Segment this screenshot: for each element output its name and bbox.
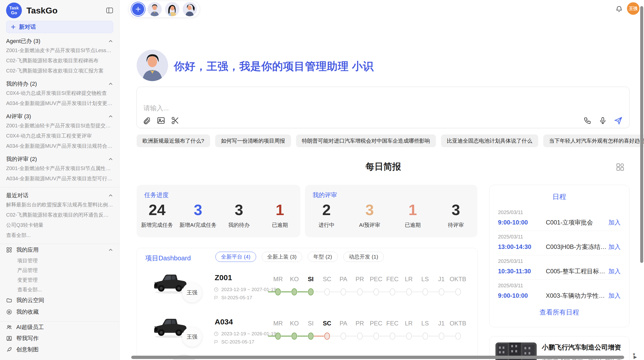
sidebar-item[interactable]: 公司Q3轻卡销量 <box>6 220 113 230</box>
join-link[interactable]: 加入 <box>608 267 621 275</box>
sidebar-item-creative-draw[interactable]: 创意制图 <box>6 344 113 355</box>
sidebar-item-help-write[interactable]: 帮我写作 <box>6 333 113 344</box>
milestone-dot[interactable] <box>291 333 297 340</box>
sidebar-item-ai-employee[interactable]: AI超级员工 <box>6 322 113 333</box>
suggestion-chip[interactable]: 当下年轻人对汽车外观有怎样的喜好趋势 <box>543 134 644 147</box>
join-link[interactable]: 加入 <box>608 218 621 227</box>
image-icon[interactable] <box>157 116 165 125</box>
milestone-dot[interactable] <box>291 288 297 295</box>
dashboard-tab[interactable]: 全新上装 (3) <box>262 252 302 262</box>
milestone-dot[interactable] <box>357 288 363 295</box>
chevron-up-icon[interactable] <box>108 39 113 44</box>
milestone-dot[interactable] <box>324 333 330 340</box>
milestone-cell <box>319 288 335 296</box>
milestone-dot[interactable] <box>308 333 314 340</box>
sidebar-app-subitem[interactable]: 查看全部... <box>6 285 113 294</box>
sidebar-item[interactable]: C02-飞腾新能源轻客改款项目立项汇报方案 <box>6 66 113 76</box>
dashboard-tab[interactable]: 年型 (2) <box>308 252 338 262</box>
sidebar-item[interactable]: 解释最新出台的欧盟报废车法规再生塑料比例被调至15%... <box>6 200 113 210</box>
join-link[interactable]: 加入 <box>608 243 621 251</box>
milestone-dot[interactable] <box>422 288 428 295</box>
milestone-cell <box>417 332 433 340</box>
agent-avatar-2[interactable] <box>165 2 179 16</box>
suggestion-chip[interactable]: 如何写一份清晰的项目周报 <box>215 134 291 147</box>
milestone-dot[interactable] <box>275 333 281 340</box>
milestone-dot[interactable] <box>373 288 379 295</box>
sidebar-app-subitem[interactable]: 变更管理 <box>6 275 113 285</box>
sidebar-item[interactable]: A034-全新新能源MUV产品开发项目计划变更表编写 <box>6 98 113 108</box>
milestone-dot[interactable] <box>406 288 412 295</box>
sidebar-item[interactable]: C0X4-动力总成开发项目工程变更评审 <box>6 131 113 141</box>
chevron-up-icon[interactable] <box>108 81 113 86</box>
milestone-dot[interactable] <box>357 333 363 340</box>
suggestion-chip[interactable]: 比亚迪全固态电池计划具体说了什么 <box>441 134 538 147</box>
sidebar-item[interactable]: Z001-全新燃油轻卡产品开发项目SI节点属性5D文件评审 <box>6 163 113 173</box>
stat-value: 1 <box>391 202 434 218</box>
sidebar-item[interactable]: C02-飞腾新能源轻客改款项目里程碑画布 <box>6 55 113 66</box>
sidebar-item-my-apps[interactable]: 我的应用 <box>6 244 113 256</box>
milestone-cell <box>335 288 352 296</box>
milestone-dot[interactable] <box>275 288 281 295</box>
sidebar-item[interactable]: C02-飞腾新能源轻客改款项目的闭环通告反馈情况 <box>6 210 113 220</box>
milestone-cell <box>450 332 466 340</box>
milestone-dot[interactable] <box>308 288 314 295</box>
chevron-up-icon[interactable] <box>108 193 113 198</box>
sidebar-item[interactable]: A034-全新新能源MUV产品开发项目法规符合性评审 <box>6 141 113 151</box>
paperclip-icon[interactable] <box>142 116 151 125</box>
sidebar-item[interactable]: Z001-全新燃油皮卡产品开发项目SI节点Lesson Learn报告 <box>6 45 113 55</box>
new-chat-button[interactable]: 新对话 <box>6 21 113 33</box>
agent-avatar-3[interactable] <box>183 2 197 16</box>
sidebar-item[interactable]: 查看全部... <box>6 230 113 240</box>
milestone-dot[interactable] <box>455 333 461 340</box>
milestone-dot[interactable] <box>341 333 346 340</box>
milestone-dot[interactable] <box>439 288 444 295</box>
project-row[interactable]: 王强 Z001 2023-12-19 ~ 2027-01-19 SI-2025-… <box>137 273 477 316</box>
milestone-dot[interactable] <box>406 333 412 340</box>
sidebar-collapse-icon[interactable] <box>106 6 114 14</box>
schedule-time: 9:00-10:00 <box>498 219 546 226</box>
stat-label: 新增AI完成任务 <box>178 221 218 229</box>
milestone-label: J1 <box>433 320 449 327</box>
sidebar-section-title: 我的待办 (2) <box>6 80 37 88</box>
mic-icon[interactable] <box>599 116 607 125</box>
stat-value: 3 <box>218 202 259 218</box>
phone-icon[interactable] <box>583 116 592 125</box>
sidebar-item[interactable]: A034-全新新能源MUV产品开发项目造型可行性评审 <box>6 173 113 184</box>
milestone-dot[interactable] <box>439 333 444 340</box>
view-all-schedule-link[interactable]: 查看所有日程 <box>489 308 629 317</box>
scissors-icon[interactable] <box>171 116 180 125</box>
chevron-up-icon[interactable] <box>108 114 113 119</box>
suggestion-chip[interactable]: 特朗普可能对进口汽车增税会对中国车企造成哪些影响 <box>296 134 436 147</box>
milestone-dot[interactable] <box>422 333 428 340</box>
milestone-dot[interactable] <box>324 288 330 295</box>
milestone-dot[interactable] <box>390 333 395 340</box>
milestone-dot[interactable] <box>390 288 395 295</box>
chat-composer[interactable]: 请输入... <box>137 87 630 128</box>
sidebar-app-subitem[interactable]: 项目管理 <box>6 256 113 265</box>
chevron-up-icon[interactable] <box>108 157 113 162</box>
sidebar-item[interactable]: Z001-全新燃油轻卡产品开发项目SI造型提交物评审 <box>6 121 113 131</box>
sidebar-item-cloud-space[interactable]: 我的云空间 <box>6 294 113 306</box>
milestone-label: KO <box>286 276 302 283</box>
sidebar-item-favorites[interactable]: 我的收藏 <box>6 306 113 318</box>
chevron-up-icon[interactable] <box>108 247 113 252</box>
project-row[interactable]: 王强 A034 2023-12-19 ~ 2026-01-19 SC-2025-… <box>137 317 477 360</box>
user-avatar[interactable]: 王强 <box>627 2 639 15</box>
dashboard-tab[interactable]: 全新平台 (4) <box>215 252 256 262</box>
dashboard-tab[interactable]: 动总开发 (1) <box>343 252 384 262</box>
vertical-scrollbar[interactable] <box>640 6 643 263</box>
notification-bell-icon[interactable] <box>615 5 623 13</box>
layout-grid-icon[interactable] <box>616 163 624 171</box>
join-link[interactable]: 加入 <box>608 292 621 300</box>
milestone-dot[interactable] <box>455 288 461 295</box>
milestone-dot[interactable] <box>373 333 379 340</box>
horizontal-scrollbar[interactable] <box>131 356 624 359</box>
milestone-dot[interactable] <box>341 288 346 295</box>
sidebar-item[interactable]: C0X4-动力总成开发项目SI里程碑提交物检查 <box>6 88 113 98</box>
send-icon[interactable] <box>614 116 623 125</box>
add-agent-button[interactable] <box>132 3 144 15</box>
agent-avatar-1[interactable] <box>148 2 162 16</box>
sidebar-app-subitem[interactable]: 产品管理 <box>6 265 113 275</box>
suggestion-chip[interactable]: 欧洲新规最近颁布了什么? <box>137 134 210 147</box>
scroll-down-arrow[interactable]: ▼ <box>632 352 636 356</box>
